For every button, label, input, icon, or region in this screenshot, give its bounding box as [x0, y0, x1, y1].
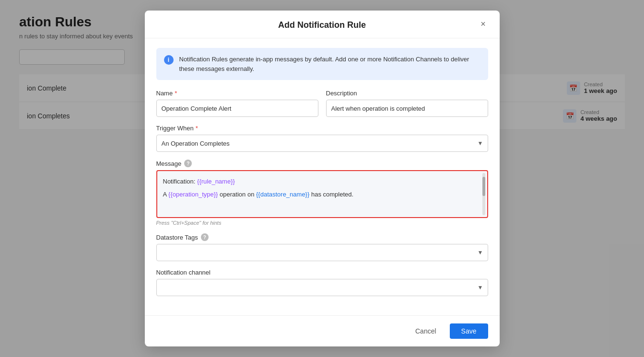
- datastore-tags-section: Datastore Tags ? ▼: [156, 233, 488, 261]
- message-editor[interactable]: Notification: {{rule_name}} A {{operatio…: [156, 170, 488, 218]
- hint-text: Press "Ctrl+Space" for hints: [156, 220, 488, 226]
- name-input[interactable]: [156, 100, 318, 117]
- name-description-row: Name * Description: [156, 90, 488, 117]
- datastore-tags-select[interactable]: [156, 244, 488, 261]
- trigger-group: Trigger When * An Operation Completes ▼: [156, 125, 488, 152]
- scrollbar-thumb: [482, 177, 485, 196]
- help-icon[interactable]: ?: [184, 160, 192, 167]
- close-button[interactable]: ×: [477, 18, 490, 31]
- required-indicator: *: [175, 90, 177, 97]
- datastore-tags-label: Datastore Tags ?: [156, 233, 488, 241]
- description-label: Description: [326, 90, 488, 97]
- cancel-button[interactable]: Cancel: [408, 323, 444, 339]
- info-banner: i Notification Rules generate in-app mes…: [156, 48, 488, 80]
- notification-channel-section: Notification channel ▼: [156, 269, 488, 296]
- name-group: Name *: [156, 90, 318, 117]
- save-button[interactable]: Save: [450, 323, 488, 339]
- message-label: Message ?: [156, 160, 488, 167]
- message-section: Message ? Notification: {{rule_name}} A …: [156, 160, 488, 226]
- modal-title: Add Notification Rule: [278, 20, 366, 30]
- trigger-select-wrapper: An Operation Completes ▼: [156, 135, 488, 152]
- modal-body: i Notification Rules generate in-app mes…: [145, 38, 500, 315]
- add-notification-rule-modal: Add Notification Rule × i Notification R…: [145, 11, 500, 346]
- info-icon: i: [164, 55, 174, 65]
- modal-footer: Cancel Save: [145, 315, 500, 346]
- notification-channel-label: Notification channel: [156, 269, 488, 276]
- required-indicator: *: [196, 125, 198, 132]
- notification-channel-select[interactable]: [156, 279, 488, 296]
- info-text: Notification Rules generate in-app messa…: [179, 55, 480, 73]
- help-icon[interactable]: ?: [201, 233, 209, 241]
- modal-header: Add Notification Rule ×: [145, 11, 500, 38]
- rule-name-token: {{rule_name}}: [197, 178, 235, 185]
- trigger-label: Trigger When *: [156, 125, 488, 132]
- trigger-select[interactable]: An Operation Completes: [156, 135, 488, 152]
- description-input[interactable]: [326, 100, 488, 117]
- modal-overlay: Add Notification Rule × i Notification R…: [0, 0, 644, 357]
- description-group: Description: [326, 90, 488, 117]
- scrollbar: [482, 173, 485, 215]
- name-label: Name *: [156, 90, 318, 97]
- datastore-tags-select-wrapper: ▼: [156, 244, 488, 261]
- datastore-name-token: {{datastore_name}}: [256, 191, 309, 198]
- message-line-1: Notification: {{rule_name}}: [163, 177, 481, 187]
- notification-channel-select-wrapper: ▼: [156, 279, 488, 296]
- operation-type-token: {{operation_type}}: [168, 191, 218, 198]
- message-line-2: A {{operation_type}} operation on {{data…: [163, 190, 481, 200]
